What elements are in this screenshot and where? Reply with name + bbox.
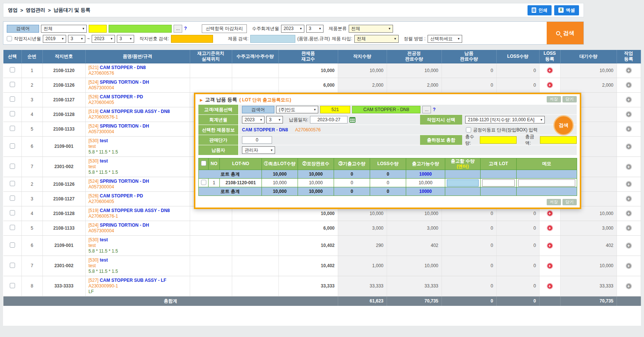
to-year-select[interactable]: 2023▼ (92, 35, 115, 43)
customer-select[interactable]: (주)만도▼ (276, 106, 318, 113)
work-order-number[interactable]: 2108-1133 (42, 221, 85, 235)
product-name[interactable]: SPRING TORTION - DH (100, 80, 149, 85)
wait-qty[interactable]: 402 (560, 235, 617, 256)
work-order-number[interactable]: 333-3333 (42, 276, 85, 296)
row-checkbox[interactable] (10, 67, 15, 72)
breadcrumb-item-sales-mgmt[interactable]: 영업관리 (26, 7, 45, 14)
close-selected-items-button[interactable]: 선택항목 마감처리 (202, 24, 246, 33)
to-month-select[interactable]: 3▼ (117, 35, 134, 43)
unit-price-input[interactable] (242, 136, 272, 144)
work-order-number[interactable]: 2108-1128 (42, 107, 85, 122)
work-register-button[interactable]: + (626, 225, 632, 231)
row-checkbox[interactable] (10, 143, 15, 149)
work-register-button[interactable]: + (626, 242, 632, 249)
from-month-select[interactable]: 3▼ (68, 35, 85, 43)
modal-save-button-top[interactable]: 저장 (547, 96, 561, 102)
order-no-search-input[interactable] (171, 35, 213, 43)
keyword-input-1[interactable] (89, 25, 107, 33)
modal-keyword-search-button[interactable]: 검색어 (242, 106, 274, 113)
fiscal-month-select[interactable]: 3▼ (266, 116, 283, 123)
work-order-number[interactable]: 2108-1126 (42, 78, 85, 92)
product-search-input[interactable] (250, 35, 295, 43)
product-name[interactable]: CAM STOPPER - PD (100, 193, 143, 199)
work-order-number[interactable]: 2301-002 (42, 256, 85, 276)
product-name[interactable]: CAM STOPPER - DN8 (100, 65, 146, 70)
product-name[interactable]: test (100, 237, 108, 242)
search-category-select[interactable]: 전체▼ (41, 25, 87, 33)
product-name[interactable]: test (100, 257, 108, 263)
total-qty-input[interactable] (480, 136, 517, 144)
product-name[interactable]: SPRING TORTION - DH (100, 223, 149, 228)
ship-qty-input[interactable] (447, 179, 479, 187)
lot-row-checkbox[interactable] (201, 180, 206, 185)
product-name[interactable]: SPRING TORTION - DH (100, 123, 149, 129)
product-name[interactable]: CAM STOPPER SUB ASSY - DN8 (100, 208, 170, 213)
work-register-button[interactable]: + (626, 181, 632, 187)
row-checkbox[interactable] (10, 196, 15, 201)
loss-register-button[interactable]: + (547, 263, 553, 269)
customer-lot-input[interactable] (482, 179, 515, 187)
modal-more-search-button[interactable]: ... (422, 106, 431, 113)
work-order-period-checkbox[interactable] (7, 36, 12, 41)
help-link[interactable]: ? (184, 26, 187, 31)
from-year-select[interactable]: 2019▼ (43, 35, 66, 43)
product-name[interactable]: test (100, 158, 108, 164)
wait-qty[interactable]: 2,000 (560, 78, 617, 92)
row-checkbox[interactable] (10, 210, 15, 215)
product-name[interactable]: CAM STOPPER - PD (100, 94, 143, 99)
work-order-number[interactable]: 2108-1127 (42, 191, 85, 206)
modal-save-button-bottom[interactable]: 저장 (547, 199, 561, 205)
sort-select[interactable]: 선택하세요▼ (428, 35, 462, 43)
box-unit-checkbox[interactable] (466, 127, 471, 132)
work-order-number[interactable]: 2301-002 (42, 156, 85, 177)
product-type-select[interactable]: 전체▼ (354, 35, 399, 43)
work-register-button[interactable]: + (626, 196, 632, 202)
product-name[interactable]: test (100, 138, 108, 143)
work-register-button[interactable]: + (626, 126, 632, 132)
keyword-input-2[interactable] (109, 25, 172, 33)
deliverer-select[interactable]: 관리자▼ (242, 146, 275, 154)
loss-register-button[interactable]: + (547, 210, 553, 217)
work-order-number[interactable]: 2109-001 (42, 235, 85, 256)
work-order-number[interactable]: 2108-1133 (42, 122, 85, 136)
more-search-button[interactable]: ... (174, 25, 182, 33)
product-name[interactable]: CAM STOPPER SUB ASSY - DN8 (100, 109, 170, 114)
row-checkbox[interactable] (10, 111, 15, 116)
loss-register-button[interactable]: + (547, 67, 553, 74)
work-order-number[interactable]: 2108-1128 (42, 206, 85, 221)
product-name[interactable]: SPRING TORTION - DH (100, 179, 149, 184)
work-register-button[interactable]: + (626, 210, 632, 217)
search-button[interactable]: 검색 (547, 22, 584, 44)
product-name[interactable]: CAM STOPPER SUB ASSY - LF (100, 278, 166, 283)
loss-register-button[interactable]: + (547, 225, 553, 231)
wait-qty[interactable]: 10,000 (560, 63, 617, 78)
work-order-number[interactable]: 2108-1127 (42, 92, 85, 107)
excel-button[interactable]: X 엑셀 (554, 5, 579, 15)
loss-register-button[interactable]: + (547, 82, 553, 88)
wait-qty[interactable]: 33,333 (560, 276, 617, 296)
lot-number-link[interactable]: 2108-1120-001 (220, 179, 262, 187)
loss-register-button[interactable]: + (547, 242, 553, 249)
memo-input[interactable] (518, 179, 575, 187)
work-order-select[interactable]: 2108-1120 [작지수량: 10,000 EA]▼ (465, 116, 545, 123)
print-button[interactable]: 인쇄 (528, 5, 552, 15)
row-checkbox[interactable] (10, 82, 15, 87)
row-checkbox[interactable] (10, 283, 15, 288)
delivery-date-input[interactable] (310, 116, 348, 123)
keyword-search-button[interactable]: 검색어 (7, 25, 39, 33)
row-checkbox[interactable] (10, 242, 15, 248)
modal-search-button[interactable]: 검색 (553, 115, 574, 135)
work-register-button[interactable]: + (626, 143, 632, 150)
modal-close-button-top[interactable]: 닫기 (562, 96, 577, 102)
calendar-icon[interactable] (349, 117, 355, 123)
total-amount-input[interactable] (540, 136, 577, 144)
work-order-number[interactable]: 2108-1126 (42, 177, 85, 191)
fiscal-year-select[interactable]: 2023▼ (242, 116, 265, 123)
work-register-button[interactable]: + (626, 263, 632, 269)
work-register-button[interactable]: + (626, 283, 632, 289)
work-register-button[interactable]: + (626, 96, 632, 103)
product-class-select[interactable]: 전체▼ (349, 25, 393, 33)
row-checkbox[interactable] (10, 263, 15, 268)
row-checkbox[interactable] (10, 164, 15, 169)
work-register-button[interactable]: + (626, 82, 632, 88)
